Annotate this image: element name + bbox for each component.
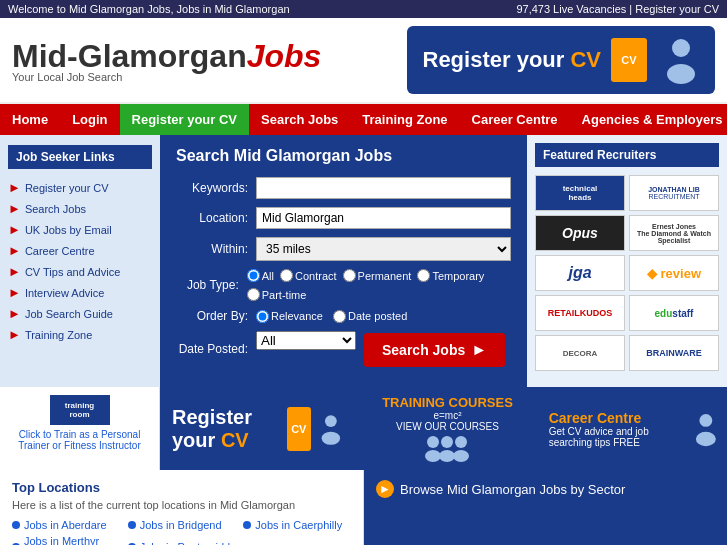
- location-merthyr[interactable]: Jobs in Merthyr Tydfil: [24, 535, 120, 545]
- recruiter-edustaff[interactable]: edustaff: [629, 295, 719, 331]
- nav-home[interactable]: Home: [0, 104, 60, 135]
- training-banner-text: Click to Train as a Personal Trainer or …: [8, 429, 151, 451]
- location-pontypridd[interactable]: Jobs in Pontypridd: [140, 541, 231, 545]
- location-caerphilly[interactable]: Jobs in Caerphilly: [255, 519, 342, 531]
- bottom-sections: Top Locations Here is a list of the curr…: [0, 470, 727, 545]
- jobtype-permanent[interactable]: Permanent: [343, 269, 412, 282]
- banner-training: trainingroom Click to Train as a Persona…: [0, 387, 160, 470]
- nav-register-cv[interactable]: Register your CV: [120, 104, 249, 135]
- svg-point-9: [453, 450, 469, 462]
- svg-point-3: [321, 431, 339, 444]
- jobtype-label: Job Type:: [176, 278, 247, 292]
- keywords-input[interactable]: [256, 177, 511, 199]
- banner-person-icon: [319, 405, 343, 453]
- location-input[interactable]: [256, 207, 511, 229]
- recruiter-technicalheads[interactable]: technicalheads: [535, 175, 625, 211]
- jobtype-all[interactable]: All: [247, 269, 274, 282]
- register-cv-banner[interactable]: Register your CV CV: [407, 26, 716, 94]
- orderby-date[interactable]: Date posted: [333, 310, 407, 323]
- career-person-icon: [693, 405, 719, 453]
- nav-search-jobs[interactable]: Search Jobs: [249, 104, 350, 135]
- date-posted-select[interactable]: All Today Last 2 days Last week Last 2 w…: [256, 331, 356, 350]
- search-arrow-icon: ►: [471, 341, 487, 359]
- top-locations: Top Locations Here is a list of the curr…: [0, 470, 364, 545]
- location-aberdare[interactable]: Jobs in Aberdare: [24, 519, 107, 531]
- svg-point-2: [325, 415, 337, 427]
- sidebar-item-job-guide[interactable]: ► Job Search Guide: [8, 303, 152, 324]
- svg-point-11: [696, 431, 716, 445]
- svg-point-0: [672, 39, 690, 57]
- sidebar-item-register-cv[interactable]: ► Register your CV: [8, 177, 152, 198]
- sidebar: Job Seeker Links ► Register your CV ► Se…: [0, 135, 160, 387]
- recruiter-ernest-jones[interactable]: Ernest JonesThe Diamond & Watch Speciali…: [629, 215, 719, 251]
- recruiter-brainware[interactable]: BRAINWARE: [629, 335, 719, 371]
- banners-row: trainingroom Click to Train as a Persona…: [0, 387, 727, 470]
- banner-career-centre[interactable]: Career Centre Get CV advice and job sear…: [541, 387, 727, 470]
- arrow-icon: ►: [8, 264, 21, 279]
- jobtype-temporary[interactable]: Temporary: [417, 269, 484, 282]
- recruiter-jga[interactable]: jga: [535, 255, 625, 291]
- sidebar-item-cv-tips[interactable]: ► CV Tips and Advice: [8, 261, 152, 282]
- svg-point-10: [700, 413, 713, 426]
- career-title: Career Centre: [549, 410, 688, 426]
- svg-point-1: [667, 64, 695, 84]
- banner-cv-icon: CV: [287, 407, 311, 451]
- within-select[interactable]: 5 miles 10 miles 15 miles 20 miles 25 mi…: [256, 237, 511, 261]
- nav-agencies-employers[interactable]: Agencies & Employers: [570, 104, 727, 135]
- svg-point-7: [439, 450, 455, 462]
- bullet-icon: [243, 521, 251, 529]
- recruiter-review[interactable]: ◆ review: [629, 255, 719, 291]
- svg-point-4: [427, 436, 439, 448]
- recruiter-opus[interactable]: Opus: [535, 215, 625, 251]
- sidebar-item-training[interactable]: ► Training Zone: [8, 324, 152, 345]
- keywords-row: Keywords:: [176, 177, 511, 199]
- featured-recruiters: Featured Recruiters technicalheads JONAT…: [527, 135, 727, 387]
- jobtype-contract[interactable]: Contract: [280, 269, 337, 282]
- search-jobs-button[interactable]: Search Jobs ►: [364, 333, 505, 367]
- banner-register-cv[interactable]: Register your CV CV: [160, 387, 354, 470]
- bullet-icon: [128, 521, 136, 529]
- list-item: Jobs in Caerphilly: [243, 519, 351, 531]
- banner-training-courses[interactable]: TRAINING COURSES e=mc² VIEW OUR COURSES: [354, 387, 540, 470]
- keywords-label: Keywords:: [176, 181, 256, 195]
- main-layout: Job Seeker Links ► Register your CV ► Se…: [0, 135, 727, 387]
- sidebar-title: Job Seeker Links: [8, 145, 152, 169]
- jobtype-radio-group: All Contract Permanent Temporary Part-ti…: [247, 269, 511, 301]
- training-link[interactable]: Click to Train as a Personal Trainer or …: [18, 429, 140, 451]
- header: Mid-GlamorganJobs Your Local Job Search …: [0, 18, 727, 104]
- location-bridgend[interactable]: Jobs in Bridgend: [140, 519, 222, 531]
- browse-sector-link[interactable]: ► Browse Mid Glamorgan Jobs by Sector: [376, 480, 625, 498]
- nav-career-centre[interactable]: Career Centre: [460, 104, 570, 135]
- location-label: Location:: [176, 211, 256, 225]
- featured-title: Featured Recruiters: [535, 143, 719, 167]
- top-locations-description: Here is a list of the current top locati…: [12, 499, 351, 511]
- arrow-icon: ►: [8, 285, 21, 300]
- nav-training-zone[interactable]: Training Zone: [350, 104, 459, 135]
- recruiter-retailkudos[interactable]: RETAILKUDOS: [535, 295, 625, 331]
- date-posted-row: Date Posted: All Today Last 2 days Last …: [176, 331, 511, 367]
- recruiter-decora[interactable]: DECORA: [535, 335, 625, 371]
- training-courses-title: TRAINING COURSES: [382, 395, 513, 410]
- arrow-icon: ►: [8, 306, 21, 321]
- logo-mid: Mid-Glamorgan: [12, 38, 247, 74]
- training-formula: e=mc²: [433, 410, 461, 421]
- sidebar-item-career[interactable]: ► Career Centre: [8, 240, 152, 261]
- sidebar-item-uk-jobs[interactable]: ► UK Jobs by Email: [8, 219, 152, 240]
- sidebar-item-interview[interactable]: ► Interview Advice: [8, 282, 152, 303]
- arrow-icon: ►: [8, 180, 21, 195]
- search-panel: Search Mid Glamorgan Jobs Keywords: Loca…: [160, 135, 527, 387]
- top-bar: Welcome to Mid Glamorgan Jobs, Jobs in M…: [0, 0, 727, 18]
- career-sub: Get CV advice and job searching tips FRE…: [549, 426, 688, 448]
- person-icon: [663, 36, 699, 84]
- orderby-relevance[interactable]: Relevance: [256, 310, 323, 323]
- nav-login[interactable]: Login: [60, 104, 119, 135]
- list-item: Jobs in Bridgend: [128, 519, 236, 531]
- top-bar-left: Welcome to Mid Glamorgan Jobs, Jobs in M…: [8, 3, 290, 15]
- search-title: Search Mid Glamorgan Jobs: [176, 147, 511, 165]
- sidebar-item-search-jobs[interactable]: ► Search Jobs: [8, 198, 152, 219]
- jobtype-parttime[interactable]: Part-time: [247, 288, 307, 301]
- arrow-icon: ►: [8, 222, 21, 237]
- recruiter-jonathanlib[interactable]: JONATHAN LIBRECRUITMENT: [629, 175, 719, 211]
- list-item: Jobs in Aberdare: [12, 519, 120, 531]
- within-label: Within:: [176, 242, 256, 256]
